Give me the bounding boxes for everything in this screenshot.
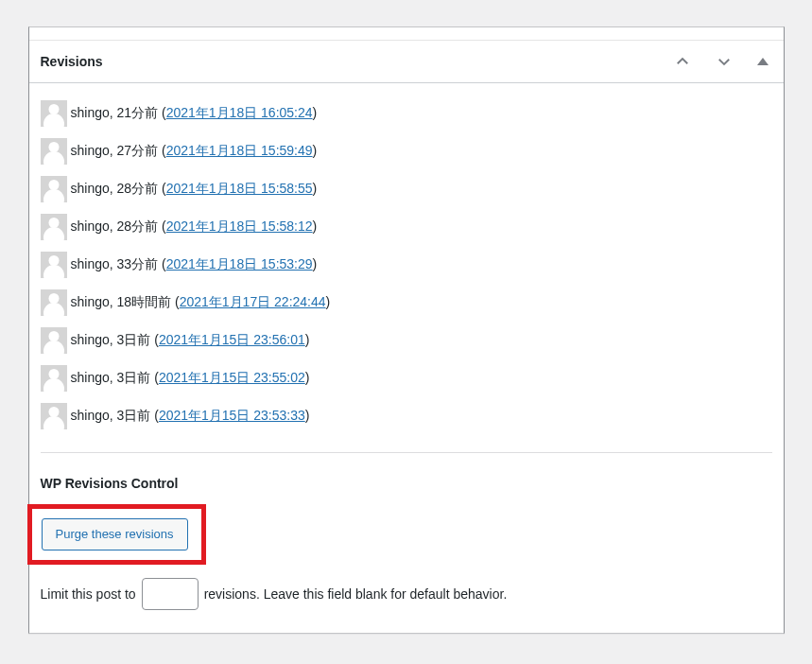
- revision-item: shingo, 3日前 (2021年1月15日 23:55:02): [41, 359, 772, 397]
- revision-item: shingo, 21分前 (2021年1月18日 16:05:24): [41, 95, 772, 132]
- avatar: [41, 214, 67, 240]
- avatar: [41, 365, 67, 392]
- revision-author-and-ago: shingo, 3日前 (: [71, 369, 159, 388]
- avatar: [41, 176, 67, 202]
- revision-close-paren: ): [305, 407, 310, 426]
- revision-timestamp-link[interactable]: 2021年1月18日 15:58:55: [166, 180, 313, 199]
- toggle-panel-button[interactable]: [753, 54, 772, 69]
- avatar: [41, 289, 67, 316]
- purge-highlight-annotation: Purge these revisions: [27, 504, 206, 565]
- wp-revisions-control-section: WP Revisions Control Purge these revisio…: [41, 476, 772, 610]
- revision-close-paren: ): [326, 293, 331, 312]
- revisions-list: shingo, 21分前 (2021年1月18日 16:05:24)shingo…: [41, 95, 772, 435]
- chevron-up-icon: [674, 53, 691, 70]
- metabox-header: Revisions: [29, 41, 784, 83]
- avatar: [41, 138, 67, 165]
- move-down-button[interactable]: [712, 49, 736, 74]
- revision-timestamp-link[interactable]: 2021年1月18日 15:58:12: [166, 218, 313, 236]
- revision-author-and-ago: shingo, 3日前 (: [71, 331, 159, 350]
- revisions-metabox: Revisions shingo, 21分前 (2021年1月18日 16:05…: [28, 26, 785, 634]
- revision-author-and-ago: shingo, 21分前 (: [71, 104, 166, 123]
- revision-author-and-ago: shingo, 28分前 (: [71, 218, 166, 236]
- revision-timestamp-link[interactable]: 2021年1月15日 23:55:02: [159, 369, 305, 388]
- triangle-up-icon: [757, 58, 769, 65]
- revision-timestamp-link[interactable]: 2021年1月17日 22:24:44: [180, 293, 326, 312]
- revision-item: shingo, 18時間前 (2021年1月17日 22:24:44): [41, 284, 772, 322]
- metabox-handle-actions: [670, 49, 772, 74]
- avatar: [41, 100, 67, 127]
- revision-close-paren: ): [313, 218, 318, 236]
- revision-item: shingo, 28分前 (2021年1月18日 15:58:55): [41, 170, 772, 208]
- revision-item: shingo, 27分前 (2021年1月18日 15:59:49): [41, 132, 772, 170]
- revision-close-paren: ): [313, 142, 318, 161]
- revision-author-and-ago: shingo, 27分前 (: [71, 142, 166, 161]
- wprc-title: WP Revisions Control: [41, 476, 772, 491]
- revision-author-and-ago: shingo, 33分前 (: [71, 255, 166, 274]
- metabox-title: Revisions: [41, 54, 103, 69]
- revision-item: shingo, 3日前 (2021年1月15日 23:53:33): [41, 397, 772, 435]
- revision-timestamp-link[interactable]: 2021年1月18日 15:59:49: [166, 142, 313, 161]
- revision-timestamp-link[interactable]: 2021年1月18日 16:05:24: [166, 104, 313, 123]
- limit-suffix-label: revisions. Leave this field blank for de…: [204, 586, 508, 602]
- revision-item: shingo, 28分前 (2021年1月18日 15:58:12): [41, 208, 772, 246]
- metabox-body: shingo, 21分前 (2021年1月18日 16:05:24)shingo…: [29, 83, 784, 633]
- chevron-down-icon: [716, 53, 733, 70]
- revision-author-and-ago: shingo, 3日前 (: [71, 407, 159, 426]
- limit-input[interactable]: [142, 578, 199, 610]
- purge-revisions-button[interactable]: Purge these revisions: [42, 518, 188, 550]
- avatar: [41, 252, 67, 278]
- move-up-button[interactable]: [670, 49, 695, 74]
- revision-item: shingo, 3日前 (2021年1月15日 23:56:01): [41, 322, 772, 359]
- avatar: [41, 403, 67, 429]
- revision-timestamp-link[interactable]: 2021年1月15日 23:56:01: [159, 331, 305, 350]
- revision-close-paren: ): [305, 369, 310, 388]
- revision-author-and-ago: shingo, 18時間前 (: [71, 293, 180, 312]
- revision-close-paren: ): [313, 104, 318, 123]
- section-divider: [41, 452, 772, 453]
- limit-prefix-label: Limit this post to: [41, 586, 136, 602]
- revision-close-paren: ): [313, 255, 318, 274]
- revision-close-paren: ): [305, 331, 310, 350]
- avatar: [41, 327, 67, 354]
- revision-close-paren: ): [313, 180, 318, 199]
- revision-item: shingo, 33分前 (2021年1月18日 15:53:29): [41, 246, 772, 284]
- revision-timestamp-link[interactable]: 2021年1月15日 23:53:33: [159, 407, 305, 426]
- limit-row: Limit this post to revisions. Leave this…: [41, 578, 772, 610]
- revision-author-and-ago: shingo, 28分前 (: [71, 180, 166, 199]
- top-divider: [29, 27, 784, 41]
- revision-timestamp-link[interactable]: 2021年1月18日 15:53:29: [166, 255, 313, 274]
